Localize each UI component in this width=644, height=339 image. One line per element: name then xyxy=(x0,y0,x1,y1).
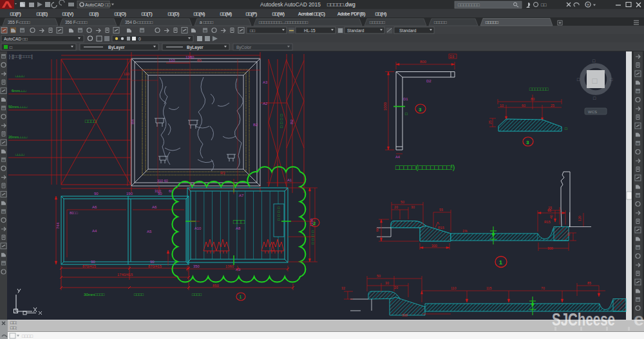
svg-text:□□□□: □□□□ xyxy=(277,206,281,221)
svg-text:A9: A9 xyxy=(236,268,241,271)
svg-text:3: 3 xyxy=(419,107,422,113)
svg-text:□□□□□: □□□□□ xyxy=(486,20,498,24)
svg-text:D2: D2 xyxy=(426,79,431,83)
svg-text:ByLayer: ByLayer xyxy=(108,45,125,50)
svg-text:30: 30 xyxy=(385,281,389,285)
svg-text:65: 65 xyxy=(547,208,551,212)
svg-text:800: 800 xyxy=(420,60,426,64)
svg-text:20: 20 xyxy=(394,286,398,289)
svg-text:□□(O): □□(O) xyxy=(115,12,126,17)
svg-text:25: 25 xyxy=(551,104,554,107)
svg-text:□□□□□□□: □□□□□□□ xyxy=(529,87,549,91)
svg-text:90: 90 xyxy=(94,192,99,196)
svg-text:90: 90 xyxy=(150,260,155,264)
svg-text:□□□□□: □□□□□ xyxy=(434,20,447,24)
svg-text:40: 40 xyxy=(549,215,553,219)
svg-text:□□(I): □□(I) xyxy=(90,12,99,17)
svg-text:Standard: Standard xyxy=(347,28,365,33)
svg-text:□□:: □□: xyxy=(10,320,17,325)
svg-text:30: 30 xyxy=(411,205,415,209)
svg-text:AutoCAD □□: AutoCAD □□ xyxy=(85,3,111,7)
svg-text:1%: 1% xyxy=(462,229,468,233)
svg-text:110: 110 xyxy=(124,72,129,76)
svg-text:e: e xyxy=(634,309,644,329)
svg-text:□□(T): □□(T) xyxy=(142,12,152,17)
svg-text:HL-15: HL-15 xyxy=(304,28,316,33)
svg-text:AutoCAD □□: AutoCAD □□ xyxy=(4,37,28,41)
svg-text:300: 300 xyxy=(431,244,437,248)
svg-text:R15: R15 xyxy=(438,226,444,230)
svg-text:□□□: □□□ xyxy=(233,218,245,225)
svg-text:60: 60 xyxy=(522,104,526,107)
svg-text:A6: A6 xyxy=(92,205,97,209)
svg-text:354 D-□□□□□□: 354 D-□□□□□□ xyxy=(125,20,153,24)
svg-text:310 60: 310 60 xyxy=(157,179,168,183)
svg-text:32: 32 xyxy=(341,286,345,290)
svg-text:1: 1 xyxy=(240,295,242,299)
svg-text:□□□□: □□□□ xyxy=(22,334,33,338)
svg-text:300: 300 xyxy=(402,313,408,317)
svg-text:190: 190 xyxy=(126,192,133,196)
svg-text:90: 90 xyxy=(91,260,95,264)
svg-text:Adobe PDF(B): Adobe PDF(B) xyxy=(337,12,365,17)
svg-text:□□□□: □□□□ xyxy=(192,292,202,297)
svg-text:1: 1 xyxy=(499,259,502,266)
svg-text:R15: R15 xyxy=(544,220,551,224)
svg-text:850: 850 xyxy=(213,284,219,288)
svg-text:A3: A3 xyxy=(263,80,268,84)
svg-text:A4: A4 xyxy=(92,229,97,233)
svg-text:□: □ xyxy=(405,111,408,116)
svg-text:WCS: WCS xyxy=(588,110,597,114)
svg-text:ByLayer: ByLayer xyxy=(187,45,204,50)
svg-text:50: 50 xyxy=(401,200,404,204)
svg-text:80□□: 80□□ xyxy=(70,211,78,215)
svg-text:□□(N): □□(N) xyxy=(194,12,205,17)
svg-text:□: □ xyxy=(565,126,567,131)
svg-text:1740/415: 1740/415 xyxy=(117,273,133,277)
svg-text:Autodesk AutoCAD 2015: Autodesk AutoCAD 2015 xyxy=(260,1,321,8)
svg-text:55: 55 xyxy=(439,208,443,212)
svg-text:A4: A4 xyxy=(395,155,401,159)
svg-text:870/415: 870/415 xyxy=(82,264,96,268)
svg-text:110: 110 xyxy=(169,59,175,62)
svg-text:□□(W): □□(W) xyxy=(272,12,285,17)
svg-text:□□□□□(□□□□□□□□!): □□□□□(□□□□□□□□!) xyxy=(395,163,455,171)
svg-text:A2: A2 xyxy=(262,102,268,105)
svg-text:90: 90 xyxy=(158,192,162,196)
svg-text:□□□□: □□□□ xyxy=(85,118,97,124)
svg-text:1000: 1000 xyxy=(383,102,387,111)
svg-text:355 F-□□□□: 355 F-□□□□ xyxy=(8,20,30,24)
svg-text:□□□□: □□□□ xyxy=(15,74,24,78)
svg-text:Standard: Standard xyxy=(399,28,417,33)
svg-text:A8: A8 xyxy=(236,226,241,230)
svg-text:50mm□□□□: 50mm□□□□ xyxy=(8,105,28,109)
svg-text:[-][□□][□□□□]: [-][□□][□□□□] xyxy=(9,54,33,59)
svg-text:A7: A7 xyxy=(239,194,244,197)
svg-text:ByColor: ByColor xyxy=(236,45,252,50)
svg-text:□□□□: □□□□ xyxy=(15,152,24,156)
svg-text:30mm□□□□: 30mm□□□□ xyxy=(84,292,104,297)
svg-text:□□(F): □□(F) xyxy=(10,12,21,17)
svg-text:□□(M): □□(M) xyxy=(220,12,232,17)
svg-text:R3: R3 xyxy=(220,171,225,175)
svg-text:0: 0 xyxy=(138,37,141,41)
svg-text:B4: B4 xyxy=(131,119,135,124)
svg-text:80: 80 xyxy=(531,97,535,101)
svg-text:350: 350 xyxy=(193,264,200,268)
svg-text:Acrobat □□(C): Acrobat □□(C) xyxy=(298,12,325,17)
svg-text:□: □ xyxy=(10,45,12,50)
svg-text:356 F-□□□□: 356 F-□□□□ xyxy=(65,20,88,24)
svg-text:870/415: 870/415 xyxy=(148,264,162,268)
svg-text:□□□□: □□□□ xyxy=(134,292,144,297)
svg-text:A5: A5 xyxy=(147,230,152,234)
svg-text:□□□□: □□□□ xyxy=(279,113,283,129)
svg-text:90: 90 xyxy=(375,228,379,232)
svg-text:2: 2 xyxy=(313,221,316,226)
svg-text:1360: 1360 xyxy=(225,264,234,268)
svg-text:□: □ xyxy=(592,76,598,86)
svg-text:□□(P): □□(P) xyxy=(246,12,257,17)
svg-text:115: 115 xyxy=(486,286,491,290)
svg-text:6mm□□□: 6mm□□□ xyxy=(12,89,26,93)
svg-text:70: 70 xyxy=(541,286,545,290)
svg-text:40: 40 xyxy=(567,232,571,236)
